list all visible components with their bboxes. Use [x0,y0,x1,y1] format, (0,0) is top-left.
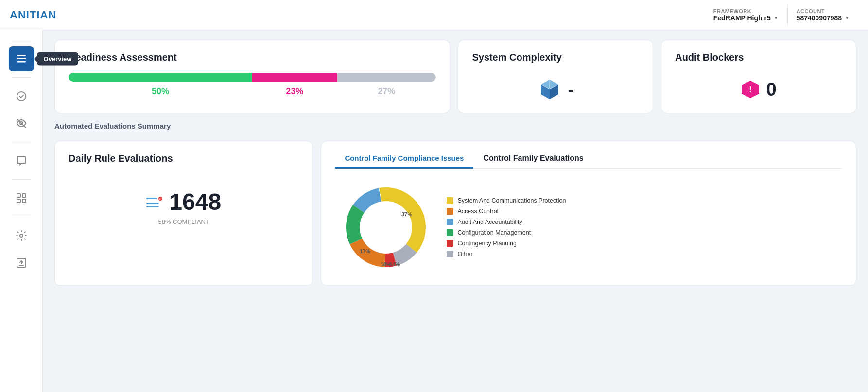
svg-rect-0 [17,55,26,56]
audit-blockers-content: ! 0 [675,73,842,101]
eval-count: 1648 [169,188,221,215]
daily-evaluations-content: 1648 58% COMPLIANT [69,174,299,225]
chart-legend: System And Communications Protection Acc… [447,197,566,257]
legend-dot-blue [447,219,453,225]
legend-label-2: Audit And Accountability [457,219,522,225]
sidebar-item-export[interactable] [9,250,34,275]
framework-value: FedRAMP High r5 ▼ [713,14,779,22]
daily-evaluations-title: Daily Rule Evaluations [69,153,299,164]
account-selector[interactable]: ACCOUNT 587400907988 ▼ [787,4,858,26]
svg-text:18%: 18% [381,261,391,267]
svg-rect-8 [17,199,20,203]
progress-label-gray: 27% [337,86,436,97]
account-label: ACCOUNT [797,8,825,14]
compliance-icon [16,90,27,102]
legend-item-5: Other [447,251,566,257]
top-cards-row: Readiness Assessment 50% 23% 27% System … [54,40,856,113]
progress-green [69,73,252,82]
apps-icon [16,192,27,204]
legend-item-0: System And Communications Protection [447,197,566,204]
audit-blockers-title: Audit Blockers [675,52,842,63]
legend-item-3: Configuration Management [447,229,566,236]
legend-dot-green [447,229,453,236]
system-complexity-title: System Complexity [472,52,639,63]
tab-compliance-issues[interactable]: Control Family Compliance Issues [335,149,473,169]
readiness-card: Readiness Assessment 50% 23% 27% [54,40,450,113]
svg-rect-1 [17,58,26,60]
export-icon [16,257,27,269]
legend-label-4: Contingency Planning [457,240,517,247]
svg-text:17%: 17% [360,248,370,254]
chart-area: 37% 18% 17% 18% System And Communication… [335,176,842,273]
stealth-icon [16,118,27,129]
sidebar-item-settings[interactable] [9,223,34,248]
progress-label-pink: 23% [252,86,337,97]
system-complexity-card: System Complexity - [458,40,653,113]
svg-point-10 [20,234,23,237]
sidebar-divider-4 [12,217,31,217]
svg-rect-2 [17,61,26,63]
sidebar-divider-1 [12,77,31,78]
eval-sub-label: 58% COMPLIANT [158,218,209,225]
audit-blockers-value: 0 [766,79,777,100]
topnav: ANITIAN FRAMEWORK FedRAMP High r5 ▼ ACCO… [0,0,868,30]
framework-selector[interactable]: FRAMEWORK FedRAMP High r5 ▼ [705,4,787,26]
control-tabs: Control Family Compliance Issues Control… [335,149,842,169]
account-chevron-icon: ▼ [845,15,850,20]
progress-gray [337,73,436,82]
legend-label-5: Other [457,251,472,257]
svg-text:!: ! [749,85,751,94]
svg-rect-6 [17,194,20,197]
daily-main: 1648 [146,188,221,215]
sidebar-item-chat[interactable] [9,148,34,173]
chat-icon [16,155,27,167]
sidebar-item-stealth[interactable] [9,111,34,136]
system-complexity-value: - [568,81,573,99]
audit-blockers-card: Audit Blockers ! 0 [661,40,856,113]
framework-chevron-icon: ▼ [774,15,779,20]
sidebar-item-apps[interactable] [9,186,34,211]
legend-label-3: Configuration Management [457,229,531,236]
nav-right: FRAMEWORK FedRAMP High r5 ▼ ACCOUNT 5874… [705,4,858,26]
app-body: Overview [0,30,868,392]
legend-dot-orange [447,208,453,215]
donut-chart: 37% 18% 17% 18% [340,181,432,273]
filter-icon [146,197,162,207]
progress-pink [252,73,337,82]
sidebar-item-overview[interactable]: Overview [9,46,34,71]
tab-evaluations[interactable]: Control Family Evaluations [473,149,593,168]
sidebar-divider-top [12,40,31,40]
account-value: 587400907988 ▼ [797,14,850,22]
svg-rect-9 [22,199,26,203]
system-complexity-content: - [472,73,639,101]
progress-labels: 50% 23% 27% [69,86,436,97]
bottom-cards-row: Daily Rule Evaluations [54,141,856,286]
legend-dot-yellow [447,197,453,204]
svg-text:37%: 37% [401,211,412,217]
legend-item-4: Contingency Planning [447,240,566,247]
legend-label-0: System And Communications Protection [457,197,566,204]
logo: ANITIAN [10,9,56,21]
cube-icon [538,78,561,101]
settings-icon [16,230,27,241]
svg-rect-7 [22,194,26,197]
sidebar-divider-2 [12,142,31,142]
readiness-title: Readiness Assessment [69,52,436,63]
framework-label: FRAMEWORK [713,8,751,14]
legend-item-1: Access Control [447,208,566,215]
sidebar-divider-3 [12,179,31,180]
readiness-progress-bar [69,73,436,82]
legend-dot-gray [447,251,453,257]
automated-summary-label: Automated Evaluations Summary [54,122,856,130]
legend-dot-red [447,240,453,247]
svg-point-3 [17,92,26,101]
daily-evaluations-card: Daily Rule Evaluations [54,141,313,286]
overview-icon [16,53,27,65]
legend-label-1: Access Control [457,208,498,215]
control-family-card: Control Family Compliance Issues Control… [321,141,856,286]
legend-item-2: Audit And Accountability [447,219,566,225]
sidebar: Overview [0,30,43,392]
progress-label-green: 50% [69,86,252,97]
svg-point-28 [361,202,411,253]
sidebar-item-compliance[interactable] [9,84,34,109]
